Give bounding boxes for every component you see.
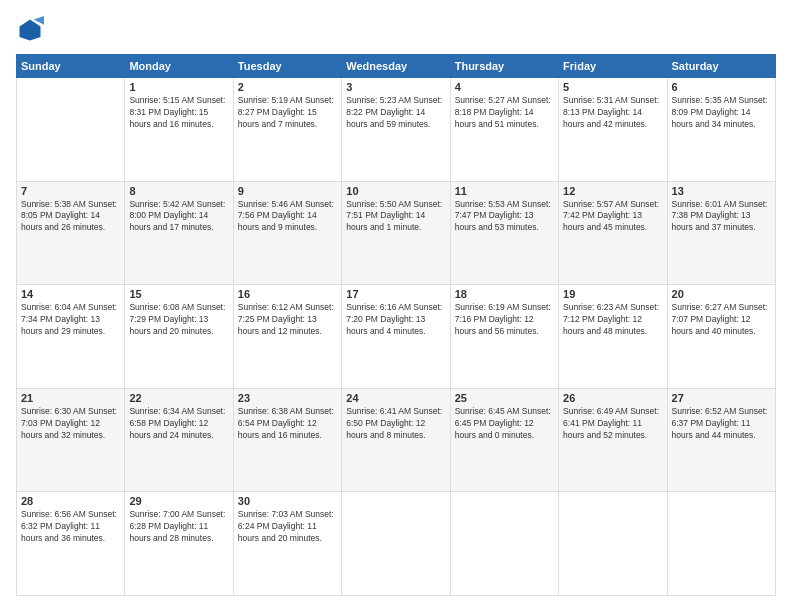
calendar-cell: 28Sunrise: 6:56 AM Sunset: 6:32 PM Dayli… bbox=[17, 492, 125, 596]
day-number: 24 bbox=[346, 392, 445, 404]
day-number: 18 bbox=[455, 288, 554, 300]
day-info: Sunrise: 7:00 AM Sunset: 6:28 PM Dayligh… bbox=[129, 509, 228, 545]
day-number: 10 bbox=[346, 185, 445, 197]
day-info: Sunrise: 6:45 AM Sunset: 6:45 PM Dayligh… bbox=[455, 406, 554, 442]
day-number: 16 bbox=[238, 288, 337, 300]
day-info: Sunrise: 6:41 AM Sunset: 6:50 PM Dayligh… bbox=[346, 406, 445, 442]
calendar-cell: 20Sunrise: 6:27 AM Sunset: 7:07 PM Dayli… bbox=[667, 285, 775, 389]
day-info: Sunrise: 6:16 AM Sunset: 7:20 PM Dayligh… bbox=[346, 302, 445, 338]
weekday-header-wednesday: Wednesday bbox=[342, 55, 450, 78]
day-number: 14 bbox=[21, 288, 120, 300]
day-number: 1 bbox=[129, 81, 228, 93]
calendar-cell: 8Sunrise: 5:42 AM Sunset: 8:00 PM Daylig… bbox=[125, 181, 233, 285]
day-info: Sunrise: 5:35 AM Sunset: 8:09 PM Dayligh… bbox=[672, 95, 771, 131]
calendar-cell bbox=[559, 492, 667, 596]
day-info: Sunrise: 5:19 AM Sunset: 8:27 PM Dayligh… bbox=[238, 95, 337, 131]
calendar-header-row: SundayMondayTuesdayWednesdayThursdayFrid… bbox=[17, 55, 776, 78]
calendar-cell: 19Sunrise: 6:23 AM Sunset: 7:12 PM Dayli… bbox=[559, 285, 667, 389]
day-number: 2 bbox=[238, 81, 337, 93]
calendar-row-0: 1Sunrise: 5:15 AM Sunset: 8:31 PM Daylig… bbox=[17, 78, 776, 182]
calendar-cell: 4Sunrise: 5:27 AM Sunset: 8:18 PM Daylig… bbox=[450, 78, 558, 182]
calendar-cell: 15Sunrise: 6:08 AM Sunset: 7:29 PM Dayli… bbox=[125, 285, 233, 389]
calendar-cell: 25Sunrise: 6:45 AM Sunset: 6:45 PM Dayli… bbox=[450, 388, 558, 492]
calendar-row-2: 14Sunrise: 6:04 AM Sunset: 7:34 PM Dayli… bbox=[17, 285, 776, 389]
day-number: 23 bbox=[238, 392, 337, 404]
day-info: Sunrise: 6:19 AM Sunset: 7:16 PM Dayligh… bbox=[455, 302, 554, 338]
weekday-header-monday: Monday bbox=[125, 55, 233, 78]
calendar-row-1: 7Sunrise: 5:38 AM Sunset: 8:05 PM Daylig… bbox=[17, 181, 776, 285]
day-number: 4 bbox=[455, 81, 554, 93]
day-info: Sunrise: 5:27 AM Sunset: 8:18 PM Dayligh… bbox=[455, 95, 554, 131]
calendar-cell: 7Sunrise: 5:38 AM Sunset: 8:05 PM Daylig… bbox=[17, 181, 125, 285]
logo-icon bbox=[16, 16, 44, 44]
calendar-cell: 5Sunrise: 5:31 AM Sunset: 8:13 PM Daylig… bbox=[559, 78, 667, 182]
day-number: 13 bbox=[672, 185, 771, 197]
day-info: Sunrise: 6:04 AM Sunset: 7:34 PM Dayligh… bbox=[21, 302, 120, 338]
calendar-table: SundayMondayTuesdayWednesdayThursdayFrid… bbox=[16, 54, 776, 596]
calendar-cell: 24Sunrise: 6:41 AM Sunset: 6:50 PM Dayli… bbox=[342, 388, 450, 492]
weekday-header-friday: Friday bbox=[559, 55, 667, 78]
calendar-cell: 17Sunrise: 6:16 AM Sunset: 7:20 PM Dayli… bbox=[342, 285, 450, 389]
day-number: 17 bbox=[346, 288, 445, 300]
weekday-header-saturday: Saturday bbox=[667, 55, 775, 78]
day-info: Sunrise: 6:12 AM Sunset: 7:25 PM Dayligh… bbox=[238, 302, 337, 338]
calendar-cell: 16Sunrise: 6:12 AM Sunset: 7:25 PM Dayli… bbox=[233, 285, 341, 389]
page: SundayMondayTuesdayWednesdayThursdayFrid… bbox=[0, 0, 792, 612]
calendar-cell: 22Sunrise: 6:34 AM Sunset: 6:58 PM Dayli… bbox=[125, 388, 233, 492]
day-info: Sunrise: 6:34 AM Sunset: 6:58 PM Dayligh… bbox=[129, 406, 228, 442]
day-number: 20 bbox=[672, 288, 771, 300]
calendar-cell: 27Sunrise: 6:52 AM Sunset: 6:37 PM Dayli… bbox=[667, 388, 775, 492]
day-info: Sunrise: 5:23 AM Sunset: 8:22 PM Dayligh… bbox=[346, 95, 445, 131]
day-number: 6 bbox=[672, 81, 771, 93]
calendar-cell: 12Sunrise: 5:57 AM Sunset: 7:42 PM Dayli… bbox=[559, 181, 667, 285]
calendar-cell: 26Sunrise: 6:49 AM Sunset: 6:41 PM Dayli… bbox=[559, 388, 667, 492]
day-number: 29 bbox=[129, 495, 228, 507]
day-number: 21 bbox=[21, 392, 120, 404]
header bbox=[16, 16, 776, 44]
day-info: Sunrise: 6:52 AM Sunset: 6:37 PM Dayligh… bbox=[672, 406, 771, 442]
day-number: 15 bbox=[129, 288, 228, 300]
calendar-cell: 14Sunrise: 6:04 AM Sunset: 7:34 PM Dayli… bbox=[17, 285, 125, 389]
day-info: Sunrise: 5:57 AM Sunset: 7:42 PM Dayligh… bbox=[563, 199, 662, 235]
calendar-cell bbox=[667, 492, 775, 596]
day-info: Sunrise: 6:30 AM Sunset: 7:03 PM Dayligh… bbox=[21, 406, 120, 442]
day-number: 27 bbox=[672, 392, 771, 404]
calendar-cell bbox=[17, 78, 125, 182]
calendar-cell: 10Sunrise: 5:50 AM Sunset: 7:51 PM Dayli… bbox=[342, 181, 450, 285]
day-number: 7 bbox=[21, 185, 120, 197]
day-number: 25 bbox=[455, 392, 554, 404]
calendar-cell: 29Sunrise: 7:00 AM Sunset: 6:28 PM Dayli… bbox=[125, 492, 233, 596]
day-info: Sunrise: 6:08 AM Sunset: 7:29 PM Dayligh… bbox=[129, 302, 228, 338]
weekday-header-sunday: Sunday bbox=[17, 55, 125, 78]
day-number: 9 bbox=[238, 185, 337, 197]
day-info: Sunrise: 6:01 AM Sunset: 7:38 PM Dayligh… bbox=[672, 199, 771, 235]
calendar-cell: 9Sunrise: 5:46 AM Sunset: 7:56 PM Daylig… bbox=[233, 181, 341, 285]
calendar-cell bbox=[450, 492, 558, 596]
day-number: 11 bbox=[455, 185, 554, 197]
weekday-header-tuesday: Tuesday bbox=[233, 55, 341, 78]
day-info: Sunrise: 5:53 AM Sunset: 7:47 PM Dayligh… bbox=[455, 199, 554, 235]
calendar-row-4: 28Sunrise: 6:56 AM Sunset: 6:32 PM Dayli… bbox=[17, 492, 776, 596]
day-info: Sunrise: 5:46 AM Sunset: 7:56 PM Dayligh… bbox=[238, 199, 337, 235]
day-number: 5 bbox=[563, 81, 662, 93]
calendar-cell: 6Sunrise: 5:35 AM Sunset: 8:09 PM Daylig… bbox=[667, 78, 775, 182]
calendar-cell bbox=[342, 492, 450, 596]
day-info: Sunrise: 5:50 AM Sunset: 7:51 PM Dayligh… bbox=[346, 199, 445, 235]
day-number: 19 bbox=[563, 288, 662, 300]
day-info: Sunrise: 5:38 AM Sunset: 8:05 PM Dayligh… bbox=[21, 199, 120, 235]
logo bbox=[16, 16, 48, 44]
day-number: 12 bbox=[563, 185, 662, 197]
day-info: Sunrise: 6:49 AM Sunset: 6:41 PM Dayligh… bbox=[563, 406, 662, 442]
day-info: Sunrise: 5:15 AM Sunset: 8:31 PM Dayligh… bbox=[129, 95, 228, 131]
calendar-cell: 11Sunrise: 5:53 AM Sunset: 7:47 PM Dayli… bbox=[450, 181, 558, 285]
day-info: Sunrise: 5:31 AM Sunset: 8:13 PM Dayligh… bbox=[563, 95, 662, 131]
day-number: 3 bbox=[346, 81, 445, 93]
calendar-cell: 3Sunrise: 5:23 AM Sunset: 8:22 PM Daylig… bbox=[342, 78, 450, 182]
day-info: Sunrise: 6:27 AM Sunset: 7:07 PM Dayligh… bbox=[672, 302, 771, 338]
calendar-cell: 1Sunrise: 5:15 AM Sunset: 8:31 PM Daylig… bbox=[125, 78, 233, 182]
day-info: Sunrise: 6:56 AM Sunset: 6:32 PM Dayligh… bbox=[21, 509, 120, 545]
svg-marker-0 bbox=[20, 20, 41, 41]
day-number: 22 bbox=[129, 392, 228, 404]
calendar-cell: 18Sunrise: 6:19 AM Sunset: 7:16 PM Dayli… bbox=[450, 285, 558, 389]
calendar-row-3: 21Sunrise: 6:30 AM Sunset: 7:03 PM Dayli… bbox=[17, 388, 776, 492]
